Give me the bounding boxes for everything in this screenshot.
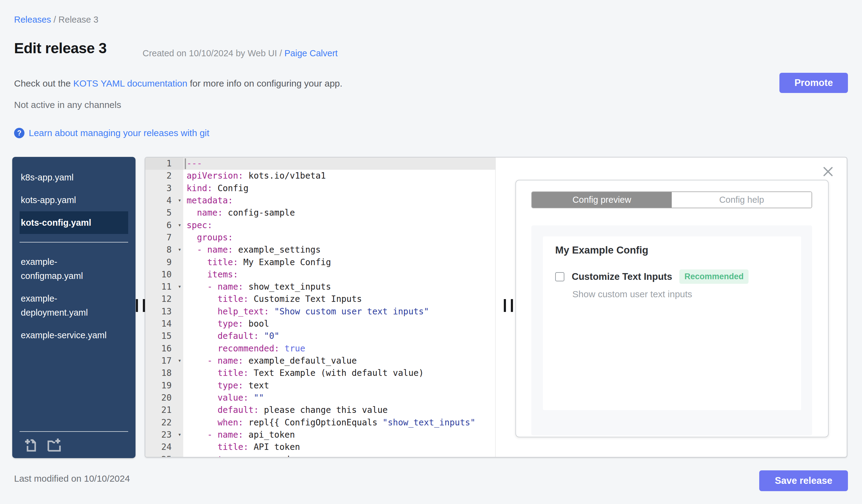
kots-yaml-doc-link[interactable]: KOTS YAML documentation	[73, 78, 187, 88]
code-line-20[interactable]: 20 value: ""	[145, 392, 495, 404]
token-plain	[186, 343, 218, 354]
fold-chevron-down-icon[interactable]: ▾	[178, 354, 181, 367]
code-line-21[interactable]: 21 default: please change this value	[145, 404, 495, 416]
line-number: 10	[145, 268, 183, 281]
sidebar-file-kots-app.yaml[interactable]: kots-app.yaml	[19, 189, 128, 211]
close-icon[interactable]	[823, 166, 834, 177]
code-line-17[interactable]: 17▾ - name: example_default_value	[145, 355, 495, 367]
code-line-2[interactable]: 2apiVersion: kots.io/v1beta1	[145, 170, 495, 182]
code-line-3[interactable]: 3kind: Config	[145, 182, 495, 195]
code-line-9[interactable]: 9 title: My Example Config	[145, 256, 495, 268]
code-text[interactable]: help_text: "Show custom user text inputs…	[183, 306, 429, 318]
code-text[interactable]: title: My Example Config	[183, 256, 331, 268]
code-text[interactable]: title: Customize Text Inputs	[183, 293, 362, 305]
code-text[interactable]: - name: example_default_value	[183, 355, 357, 367]
line-number: 21	[145, 404, 183, 416]
code-text[interactable]: spec:	[183, 219, 212, 231]
token-plain	[186, 282, 207, 292]
code-line-24[interactable]: 24 title: API token	[145, 441, 495, 453]
fold-chevron-down-icon[interactable]: ▾	[178, 194, 181, 206]
code-line-23[interactable]: 23▾ - name: api_token	[145, 429, 495, 441]
token-key: apiVersion:	[186, 171, 243, 181]
code-line-7[interactable]: 7 groups:	[145, 231, 495, 244]
code-text[interactable]: value: ""	[183, 392, 264, 404]
sidebar-file-kots-config.yaml[interactable]: kots-config.yaml	[19, 211, 128, 234]
new-folder-icon[interactable]	[47, 437, 61, 452]
token-plain: bool	[243, 319, 269, 329]
code-line-22[interactable]: 22 when: repl{{ ConfigOptionEquals "show…	[145, 416, 495, 429]
promote-button[interactable]: Promote	[780, 73, 848, 93]
code-text[interactable]: groups:	[183, 231, 233, 244]
line-number: 24	[145, 441, 183, 453]
code-line-16[interactable]: 16 recommended: true	[145, 343, 495, 355]
code-text[interactable]: type: password	[183, 453, 290, 457]
code-line-25[interactable]: 25 type: password	[145, 453, 495, 457]
sidebar-file-example-service.yaml[interactable]: example-service.yaml	[19, 324, 128, 346]
fold-chevron-down-icon[interactable]: ▾	[178, 219, 181, 231]
code-line-15[interactable]: 15 default: "0"	[145, 330, 495, 342]
fold-chevron-down-icon[interactable]: ▾	[178, 428, 181, 440]
sidebar-file-example-configmap.yaml[interactable]: example-configmap.yaml	[19, 251, 128, 287]
tab-config-help[interactable]: Config help	[672, 192, 811, 208]
code-text[interactable]: metadata:	[183, 195, 233, 207]
file-list: k8s-app.yamlkots-app.yamlkots-config.yam…	[12, 157, 135, 346]
config-item-help-text: Show custom user text inputs	[572, 289, 692, 300]
customize-text-inputs-checkbox[interactable]	[555, 272, 564, 281]
line-number: 7	[145, 231, 183, 244]
code-line-4[interactable]: 4▾metadata:	[145, 195, 495, 207]
code-line-6[interactable]: 6▾spec:	[145, 219, 495, 231]
code-text[interactable]: apiVersion: kots.io/v1beta1	[183, 170, 326, 182]
code-text[interactable]: title: Text Example (with default value)	[183, 367, 424, 379]
code-text[interactable]: title: API token	[183, 441, 300, 453]
code-line-19[interactable]: 19 type: text	[145, 380, 495, 392]
token-key: default:	[218, 331, 259, 341]
code-text[interactable]: items:	[183, 268, 238, 281]
code-text[interactable]: when: repl{{ ConfigOptionEquals "show_te…	[183, 416, 475, 429]
resize-handle-left[interactable]	[136, 299, 145, 312]
author-link[interactable]: Paige Calvert	[285, 48, 338, 58]
sidebar-file-example-deployment.yaml[interactable]: example-deployment.yaml	[19, 287, 128, 324]
code-text[interactable]: - name: api_token	[183, 429, 295, 441]
code-text[interactable]: kind: Config	[183, 182, 248, 195]
code-text[interactable]: - name: example_settings	[183, 244, 321, 256]
code-line-12[interactable]: 12 title: Customize Text Inputs	[145, 293, 495, 305]
fold-chevron-down-icon[interactable]: ▾	[178, 280, 181, 292]
tab-config-preview[interactable]: Config preview	[532, 192, 672, 208]
code-line-18[interactable]: 18 title: Text Example (with default val…	[145, 367, 495, 379]
resize-handle-right[interactable]	[504, 299, 513, 312]
token-plain	[279, 343, 285, 354]
yaml-code-editor[interactable]: 1---2apiVersion: kots.io/v1beta13kind: C…	[145, 158, 496, 457]
sidebar-file-k8s-app.yaml[interactable]: k8s-app.yaml	[19, 166, 128, 189]
code-text[interactable]: recommended: true	[183, 343, 305, 355]
code-text[interactable]: - name: show_text_inputs	[183, 281, 331, 293]
token-plain: kots.io/v1beta1	[243, 171, 326, 181]
help-icon[interactable]: ?	[14, 128, 25, 138]
code-text[interactable]: default: "0"	[183, 330, 279, 342]
fold-chevron-down-icon[interactable]: ▾	[178, 243, 181, 255]
code-line-8[interactable]: 8▾ - name: example_settings	[145, 244, 495, 256]
code-line-13[interactable]: 13 help_text: "Show custom user text inp…	[145, 306, 495, 318]
token-plain	[186, 294, 218, 304]
code-text[interactable]: default: please change this value	[183, 404, 388, 416]
git-releases-link[interactable]: Learn about managing your releases with …	[29, 128, 209, 138]
code-line-14[interactable]: 14 type: bool	[145, 318, 495, 330]
save-release-button[interactable]: Save release	[759, 470, 848, 491]
breadcrumb-releases-link[interactable]: Releases	[14, 15, 51, 25]
token-plain: example_default_value	[243, 356, 357, 366]
token-plain	[186, 208, 197, 218]
token-str: "Show custom user text inputs"	[274, 306, 429, 317]
code-line-1[interactable]: 1---	[145, 158, 495, 170]
preview-tabs: Config preview Config help	[531, 191, 812, 208]
code-text[interactable]: ---	[183, 158, 202, 170]
git-help-row[interactable]: ? Learn about managing your releases wit…	[14, 128, 209, 138]
token-str: ""	[253, 393, 264, 403]
code-text[interactable]: type: text	[183, 380, 269, 392]
token-plain: api_token	[243, 430, 295, 440]
token-plain: config-sample	[223, 208, 295, 218]
new-file-icon[interactable]	[24, 437, 39, 452]
code-line-10[interactable]: 10 items:	[145, 268, 495, 281]
code-line-11[interactable]: 11▾ - name: show_text_inputs	[145, 281, 495, 293]
code-text[interactable]: name: config-sample	[183, 207, 295, 219]
code-line-5[interactable]: 5 name: config-sample	[145, 207, 495, 219]
code-text[interactable]: type: bool	[183, 318, 269, 330]
